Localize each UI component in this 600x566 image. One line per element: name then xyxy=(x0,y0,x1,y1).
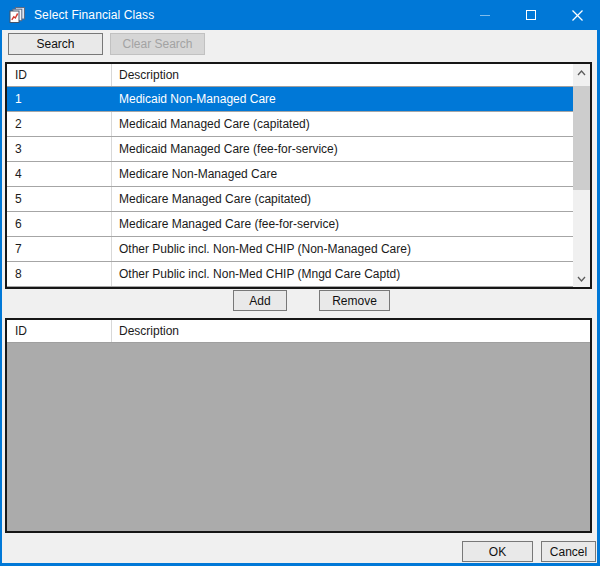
table-header: ID Description xyxy=(7,64,573,87)
cell-description: Other Public incl. Non-Med CHIP (Non-Man… xyxy=(112,237,573,261)
cell-id: 3 xyxy=(7,137,112,161)
cell-description: Medicare Non-Managed Care xyxy=(112,162,573,186)
close-button[interactable] xyxy=(554,0,600,30)
cell-id: 2 xyxy=(7,112,112,136)
cell-id: 7 xyxy=(7,237,112,261)
titlebar[interactable]: Select Financial Class xyxy=(0,0,600,30)
table-row[interactable]: 5Medicare Managed Care (capitated) xyxy=(7,187,573,212)
scroll-up-icon xyxy=(577,70,586,76)
window-title: Select Financial Class xyxy=(34,8,154,22)
cell-description: Medicaid Managed Care (capitated) xyxy=(112,112,573,136)
available-financial-classes-table: ID Description 1Medicaid Non-Managed Car… xyxy=(5,62,592,289)
cell-description: Medicaid Non-Managed Care xyxy=(112,87,573,111)
remove-button[interactable]: Remove xyxy=(319,290,390,311)
search-button[interactable]: Search xyxy=(8,33,103,55)
table-row[interactable]: 1Medicaid Non-Managed Care xyxy=(7,87,573,112)
table-row[interactable]: 8Other Public incl. Non-Med CHIP (Mngd C… xyxy=(7,262,573,287)
clear-search-button[interactable]: Clear Search xyxy=(110,33,205,55)
scroll-down-icon xyxy=(577,276,586,282)
window-border-left xyxy=(0,30,2,566)
minimize-button[interactable] xyxy=(462,0,508,30)
app-icon xyxy=(8,6,26,24)
add-button[interactable]: Add xyxy=(233,290,287,311)
column-header-description[interactable]: Description xyxy=(112,320,590,342)
table-row[interactable]: 4Medicare Non-Managed Care xyxy=(7,162,573,187)
selected-financial-classes-table: ID Description xyxy=(5,318,592,533)
cancel-button[interactable]: Cancel xyxy=(541,541,596,562)
scroll-down-button[interactable] xyxy=(573,270,590,287)
table-row[interactable]: 3Medicaid Managed Care (fee-for-service) xyxy=(7,137,573,162)
minimize-icon xyxy=(480,15,490,16)
table-row[interactable]: 2Medicaid Managed Care (capitated) xyxy=(7,112,573,137)
cell-id: 4 xyxy=(7,162,112,186)
table-header: ID Description xyxy=(7,320,590,343)
scroll-up-button[interactable] xyxy=(573,64,590,81)
cell-id: 5 xyxy=(7,187,112,211)
cell-description: Medicare Managed Care (fee-for-service) xyxy=(112,212,573,236)
cell-id: 8 xyxy=(7,262,112,286)
cell-description: Medicare Managed Care (capitated) xyxy=(112,187,573,211)
select-financial-class-dialog: Select Financial Class Search Clear Sear… xyxy=(0,0,600,566)
cell-description: Medicaid Managed Care (fee-for-service) xyxy=(112,137,573,161)
column-header-description[interactable]: Description xyxy=(112,64,573,86)
ok-button[interactable]: OK xyxy=(462,541,533,562)
close-icon xyxy=(572,10,583,21)
table-row[interactable]: 7Other Public incl. Non-Med CHIP (Non-Ma… xyxy=(7,237,573,262)
scrollbar-thumb[interactable] xyxy=(573,86,590,190)
column-header-id[interactable]: ID xyxy=(7,320,112,342)
cell-id: 6 xyxy=(7,212,112,236)
vertical-scrollbar[interactable] xyxy=(573,64,590,287)
table-row[interactable]: 6Medicare Managed Care (fee-for-service) xyxy=(7,212,573,237)
cell-id: 1 xyxy=(7,87,112,111)
empty-table-body[interactable] xyxy=(7,343,590,531)
cell-description: Other Public incl. Non-Med CHIP (Mngd Ca… xyxy=(112,262,573,286)
column-header-id[interactable]: ID xyxy=(7,64,112,86)
maximize-icon xyxy=(526,10,536,20)
maximize-button[interactable] xyxy=(508,0,554,30)
window-controls xyxy=(462,0,600,30)
table-body: 1Medicaid Non-Managed Care2Medicaid Mana… xyxy=(7,87,573,287)
